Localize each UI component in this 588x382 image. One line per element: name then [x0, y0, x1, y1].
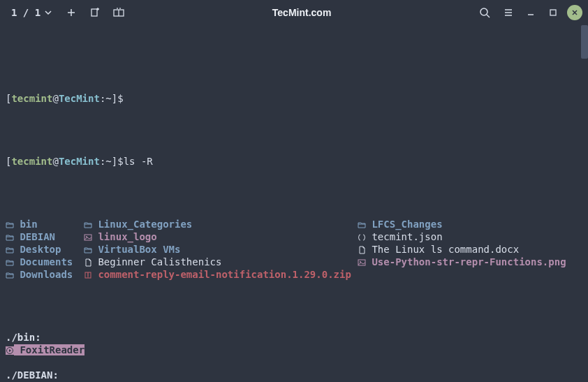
section-heading: ./DEBIAN: [6, 369, 582, 381]
split-icon[interactable] [109, 3, 128, 22]
listing-row: bin Linux_Categories LFCS_Changes [6, 218, 582, 230]
svg-line-4 [487, 15, 490, 17]
list-item: Desktop [6, 243, 84, 256]
window-title: TecMint.com [133, 7, 471, 18]
prompt-line: [tecmint@TecMint:~]$ [6, 92, 582, 105]
file-name: DEBIAN [20, 231, 55, 242]
search-button[interactable] [475, 3, 494, 22]
list-item: Beginner Calisthenics [84, 256, 358, 268]
list-item: FoxitReader [6, 344, 84, 356]
list-item: comment-reply-email-notification.1.29.0.… [84, 268, 358, 281]
svg-rect-6 [550, 10, 556, 15]
listing-row: DEBIAN linux_logo tecmint.json [6, 230, 582, 243]
file-name: linux_logo [98, 231, 156, 242]
root-listing: bin Linux_Categories LFCS_Changes DEBIAN… [6, 218, 582, 281]
folder-open-icon [6, 246, 14, 254]
exec-icon [6, 346, 14, 355]
folder-open-icon [6, 221, 14, 229]
minimize-button[interactable] [522, 4, 539, 21]
blank-line [6, 356, 582, 369]
file-name: Linux_Categories [98, 219, 192, 230]
section-heading: ./bin: [6, 331, 582, 344]
titlebar: 1 / 1 TecMint.com [0, 0, 588, 25]
list-item: VirtualBox VMs [84, 243, 358, 256]
new-window-icon[interactable] [85, 3, 105, 22]
list-item: Downloads [6, 268, 84, 281]
tab-count: 1 / 1 [11, 7, 41, 18]
listing-row: Desktop VirtualBox VMs The Linux ls comm… [6, 243, 582, 256]
folder-open-icon [6, 233, 14, 242]
file-name: Beginner Calisthenics [98, 256, 221, 267]
svg-rect-9 [358, 260, 365, 265]
list-item: tecmint.json [358, 230, 443, 243]
file-name: VirtualBox VMs [98, 244, 180, 255]
file-name: bin [20, 219, 37, 230]
file-name: Desktop [20, 244, 61, 255]
folder-open-icon [84, 246, 92, 254]
list-item: linux_logo [84, 230, 358, 243]
sections: ./bin: FoxitReader ./DEBIAN: control md5… [6, 318, 582, 382]
svg-rect-7 [84, 235, 91, 240]
folder-open-icon [84, 221, 92, 229]
file-name: Documents [20, 256, 73, 267]
file-name: The Linux ls command.docx [372, 244, 519, 255]
folder-open-icon [358, 221, 366, 229]
file-icon [84, 258, 92, 267]
archive-icon [84, 271, 92, 279]
blank-line [6, 318, 582, 331]
svg-point-3 [480, 8, 487, 15]
image-icon [84, 233, 92, 242]
list-item: The Linux ls command.docx [358, 243, 519, 256]
list-item: Linux_Categories [84, 218, 358, 230]
list-item: DEBIAN [6, 230, 84, 243]
file-name: LFCS_Changes [372, 219, 442, 230]
close-button[interactable] [567, 5, 582, 20]
json-icon [358, 233, 366, 242]
file-name: Use-Python-str-repr-Functions.png [372, 256, 566, 267]
listing-row: FoxitReader [6, 344, 582, 356]
new-tab-button[interactable] [61, 3, 81, 22]
list-item: Use-Python-str-repr-Functions.png [358, 256, 566, 268]
image-icon [358, 258, 366, 267]
tab-indicator[interactable]: 1 / 1 [6, 4, 57, 21]
listing-row: Downloads comment-reply-email-notificati… [6, 268, 582, 281]
maximize-button[interactable] [545, 4, 561, 21]
menu-button[interactable] [499, 3, 518, 22]
prompt-line-cmd: [tecmint@TecMint:~]$ls -R [6, 155, 582, 168]
window-controls [522, 4, 582, 21]
list-item: bin [6, 218, 84, 230]
folder-open-icon [6, 271, 14, 279]
terminal-output[interactable]: [tecmint@TecMint:~]$ [tecmint@TecMint:~]… [0, 25, 588, 382]
chevron-down-icon [45, 9, 52, 16]
folder-open-icon [6, 258, 14, 267]
listing-row: Documents Beginner Calisthenics Use-Pyth… [6, 256, 582, 268]
svg-rect-0 [91, 9, 97, 16]
file-icon [358, 246, 366, 254]
file-name: FoxitReader [14, 344, 84, 355]
list-item: Documents [6, 256, 84, 268]
file-name: comment-reply-email-notification.1.29.0.… [98, 269, 351, 280]
file-name: Downloads [20, 269, 73, 280]
file-name: tecmint.json [372, 231, 442, 242]
list-item: LFCS_Changes [358, 218, 443, 230]
scrollbar-thumb[interactable] [581, 25, 588, 59]
